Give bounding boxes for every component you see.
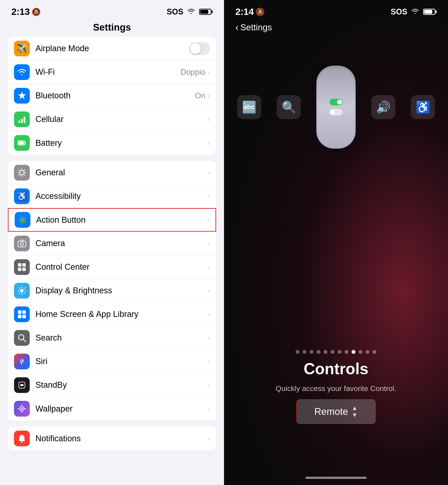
- status-bar-left: 2:13 🔕 SOS: [0, 0, 224, 20]
- sos-left: SOS: [167, 7, 183, 16]
- svg-rect-11: [18, 267, 21, 271]
- camera-row[interactable]: Camera ›: [8, 232, 216, 255]
- sos-right: SOS: [391, 7, 407, 16]
- svg-rect-2: [24, 117, 25, 123]
- home-indicator: [305, 477, 367, 479]
- airplane-mode-icon: ✈️: [14, 41, 30, 56]
- sound-icon: 🔊: [371, 95, 395, 119]
- connectivity-group: ✈️ Airplane Mode Wi-Fi Doppio ›: [8, 37, 216, 155]
- bluetooth-row[interactable]: ★ Bluetooth On ›: [8, 84, 216, 108]
- display-brightness-icon: [14, 283, 30, 298]
- home-screen-icon: [14, 306, 30, 322]
- wifi-icon-left: [187, 7, 195, 16]
- svg-rect-17: [22, 315, 26, 318]
- svg-point-8: [20, 242, 24, 246]
- back-label: Settings: [240, 23, 272, 32]
- dot-6: [330, 350, 335, 354]
- home-screen-row[interactable]: Home Screen & App Library ›: [8, 303, 216, 326]
- time-right: 2:14: [235, 7, 254, 17]
- svg-rect-7: [18, 241, 26, 247]
- svg-rect-21: [20, 384, 24, 386]
- notifications-label: Notifications: [35, 434, 208, 443]
- svg-point-13: [20, 289, 24, 292]
- action-button-label: Action Button: [36, 215, 207, 225]
- cellular-row[interactable]: Cellular ›: [8, 108, 216, 131]
- home-screen-chevron: ›: [208, 310, 210, 318]
- display-brightness-row[interactable]: Display & Brightness ›: [8, 279, 216, 303]
- translate-icon: 🔤: [237, 95, 261, 119]
- siri-row[interactable]: Siri ›: [8, 350, 216, 373]
- display-brightness-label: Display & Brightness: [35, 286, 208, 295]
- dot-8: [344, 350, 348, 354]
- controls-title: Controls: [304, 360, 368, 378]
- wifi-row[interactable]: Wi-Fi Doppio ›: [8, 60, 216, 84]
- general-row[interactable]: General ›: [8, 161, 216, 184]
- control-center-label: Control Center: [35, 262, 208, 272]
- svg-point-6: [20, 171, 24, 175]
- standby-row[interactable]: StandBy ›: [8, 373, 216, 397]
- svg-rect-15: [22, 310, 26, 314]
- bottom-content: Controls Quickly access your favorite Co…: [224, 360, 448, 424]
- battery-row[interactable]: Battery ›: [8, 131, 216, 155]
- remote-label: Remote: [314, 406, 348, 417]
- bluetooth-icon: ★: [14, 88, 30, 104]
- siri-icon: [14, 354, 30, 369]
- camera-chevron: ›: [208, 239, 210, 247]
- pagination-dots: [224, 350, 448, 354]
- notifications-chevron: ›: [208, 435, 210, 443]
- standby-label: StandBy: [35, 380, 208, 390]
- wallpaper-label: Wallpaper: [35, 404, 208, 414]
- svg-rect-10: [22, 263, 26, 267]
- wifi-icon: [14, 64, 30, 80]
- svg-rect-16: [18, 315, 21, 318]
- camera-icon: [14, 236, 30, 251]
- display-brightness-chevron: ›: [208, 287, 210, 295]
- airplane-mode-label: Airplane Mode: [35, 44, 189, 53]
- back-button[interactable]: ‹ Settings: [224, 20, 448, 35]
- dot-2: [303, 350, 306, 354]
- svg-rect-9: [18, 263, 21, 267]
- dot-5: [324, 350, 328, 354]
- settings-title: Settings: [93, 22, 131, 32]
- bluetooth-label: Bluetooth: [35, 91, 195, 100]
- svg-point-23: [21, 408, 23, 410]
- airplane-mode-row[interactable]: ✈️ Airplane Mode: [8, 37, 216, 60]
- bell-icon-right: 🔕: [256, 8, 265, 16]
- accessibility-icon: ♿: [14, 188, 30, 204]
- wifi-value: Doppio: [180, 68, 205, 77]
- dot-4: [317, 350, 320, 354]
- battery-chevron: ›: [208, 139, 210, 147]
- action-button-row[interactable]: ✳️ Action Button ›: [8, 208, 216, 232]
- dot-3: [310, 350, 313, 354]
- notifications-icon: [14, 430, 30, 446]
- time-left: 2:13: [11, 7, 30, 17]
- wifi-icon-right: [411, 7, 419, 16]
- remote-button[interactable]: Remote ▲ ▼: [296, 399, 376, 424]
- svg-rect-0: [18, 121, 20, 123]
- accessibility-row[interactable]: ♿ Accessibility ›: [8, 184, 216, 208]
- action-button-pill-visual: [316, 66, 356, 149]
- siri-chevron: ›: [208, 357, 210, 365]
- control-center-chevron: ›: [208, 263, 210, 271]
- zoom-icon: 🔍: [277, 95, 301, 119]
- dot-7: [337, 350, 342, 354]
- wifi-chevron: ›: [208, 68, 210, 76]
- notifications-row[interactable]: Notifications ›: [8, 427, 216, 450]
- mini-toggle-off: [329, 109, 343, 115]
- status-right-right: SOS: [391, 7, 437, 16]
- wallpaper-row[interactable]: Wallpaper ›: [8, 397, 216, 421]
- status-bar-right: 2:14 🔕 SOS: [224, 0, 448, 20]
- dot-11: [366, 350, 369, 354]
- siri-label: Siri: [35, 357, 208, 366]
- dot-9: [352, 350, 355, 354]
- search-row[interactable]: Search ›: [8, 326, 216, 350]
- control-center-row[interactable]: Control Center ›: [8, 255, 216, 279]
- svg-rect-14: [18, 310, 21, 314]
- battery-icon-left: [199, 9, 213, 15]
- cellular-label: Cellular: [35, 115, 208, 124]
- floating-icons-row: 🔤 🔍 🔊 ♿: [237, 66, 435, 149]
- control-center-icon: [14, 259, 30, 275]
- standby-chevron: ›: [208, 381, 210, 389]
- airplane-mode-toggle[interactable]: [189, 42, 210, 55]
- wallpaper-icon: [14, 401, 30, 417]
